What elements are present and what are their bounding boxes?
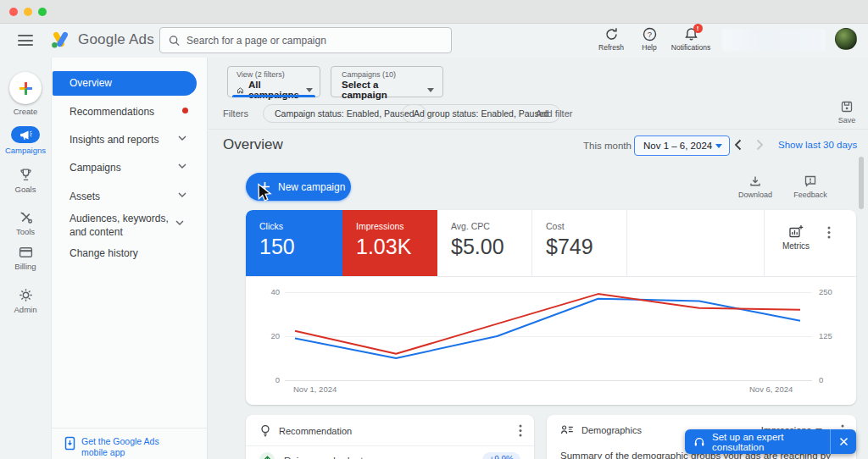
icon-rail: Create Campaigns Goals <box>0 58 51 459</box>
search-icon <box>169 35 180 47</box>
close-icon <box>839 437 849 446</box>
google-ads-logo: Google Ads <box>50 30 154 50</box>
card-divider <box>246 445 534 446</box>
toast-close-button[interactable] <box>830 429 856 454</box>
metrics-chart-icon <box>788 224 804 239</box>
metrics-divider <box>764 210 765 276</box>
sidebar-item-insights-reports[interactable]: Insights and reports <box>52 133 207 147</box>
chevron-down-icon <box>175 220 184 225</box>
trophy-icon <box>19 168 33 182</box>
recommendation-row[interactable]: Raise your budgets <box>284 456 368 459</box>
download-button[interactable]: Download <box>736 174 775 199</box>
chevron-down-icon <box>178 192 186 197</box>
svg-text:?: ? <box>647 30 651 39</box>
account-info[interactable] <box>722 29 826 51</box>
caret-down-icon <box>715 144 722 148</box>
sidebar-item-change-history[interactable]: Change history <box>52 246 207 260</box>
lightbulb-icon <box>259 424 271 438</box>
right-axis-tick: 0 <box>819 375 823 384</box>
campaign-select-dropdown[interactable]: Campaigns (10) Select a campaign <box>331 66 443 97</box>
refresh-button[interactable]: Refresh <box>592 27 631 52</box>
rail-item-billing[interactable]: Billing <box>0 246 51 271</box>
sidebar-item-audiences[interactable]: Audiences, keywords, and content <box>52 212 187 239</box>
google-ads-logo-icon <box>50 30 71 50</box>
window-minimize-button[interactable] <box>24 8 32 16</box>
megaphone-icon <box>19 130 32 141</box>
left-axis-tick: 20 <box>259 331 280 340</box>
refresh-icon <box>604 27 619 41</box>
notification-badge: ! <box>693 24 703 33</box>
scrollbar-thumb[interactable] <box>859 157 864 209</box>
demographics-icon <box>560 424 574 435</box>
chevron-down-icon <box>178 135 186 141</box>
recommendations-alert-dot <box>182 108 188 113</box>
scorecard-clicks[interactable]: Clicks 150 <box>246 210 342 276</box>
secondary-nav: Overview Recommendations Insights and re… <box>51 58 208 459</box>
metrics-button[interactable]: Metrics <box>771 224 821 251</box>
notifications-button[interactable]: ! Notifications <box>666 27 715 52</box>
menu-icon[interactable] <box>18 35 33 46</box>
rail-item-goals[interactable]: Goals <box>0 168 51 194</box>
global-search[interactable] <box>159 27 452 53</box>
gear-icon <box>19 288 33 302</box>
app-header: Google Ads Refresh ? Help <box>0 24 868 58</box>
mobile-app-link[interactable]: Get the Google Ads mobile app <box>64 436 196 458</box>
window-zoom-button[interactable] <box>38 8 47 16</box>
section-divider <box>209 129 868 130</box>
view-filter-dropdown[interactable]: View (2 filters) All campaigns <box>227 66 320 97</box>
search-input[interactable] <box>186 35 442 47</box>
new-campaign-button[interactable]: New campaign <box>246 173 351 201</box>
headset-icon <box>693 436 705 448</box>
performance-line-chart <box>288 283 807 386</box>
card-menu-kebab-icon[interactable] <box>827 226 831 239</box>
sidebar-item-recommendations[interactable]: Recommendations <box>52 105 207 119</box>
active-view-underline <box>232 95 315 97</box>
feedback-button[interactable]: Feedback <box>790 174 831 199</box>
sidebar-item-campaigns[interactable]: Campaigns <box>52 161 207 174</box>
recommendation-card: Recommendation Raise your budgets +9.9% <box>246 415 534 459</box>
nav-footer-divider <box>52 428 207 429</box>
rail-item-create[interactable]: Create <box>0 72 51 116</box>
show-last-30-days-link[interactable]: Show last 30 days <box>778 140 857 150</box>
sidebar-item-overview[interactable]: Overview <box>53 71 197 96</box>
download-icon <box>748 174 762 188</box>
tools-icon <box>19 210 33 224</box>
rail-item-campaigns[interactable]: Campaigns <box>0 126 51 155</box>
overview-chart-card: Clicks 150 Impressions 1.03K Avg. CPC $5… <box>246 210 856 405</box>
arrow-up-icon <box>259 452 275 459</box>
add-filter-button[interactable]: Add filter <box>536 108 572 119</box>
prev-date-range-button[interactable] <box>734 139 742 151</box>
right-axis-tick: 125 <box>819 331 832 340</box>
date-range-picker[interactable]: Nov 1 – 6, 2024 <box>634 135 730 156</box>
scorecard-avg-cpc[interactable]: Avg. CPC $5.00 <box>437 210 532 276</box>
feedback-icon <box>804 174 817 188</box>
recommendation-title: Recommendation <box>279 426 352 436</box>
expert-consultation-toast[interactable]: Set up an expert consultation <box>685 429 856 454</box>
credit-card-icon <box>19 246 33 259</box>
chevron-down-icon <box>178 163 186 169</box>
window-close-button[interactable] <box>9 8 18 16</box>
page-title: Overview <box>223 136 283 153</box>
sidebar-item-assets[interactable]: Assets <box>52 190 207 203</box>
save-icon <box>840 100 854 113</box>
scorecard-impressions[interactable]: Impressions 1.03K <box>342 210 437 276</box>
help-icon: ? <box>643 27 657 41</box>
save-button[interactable]: Save <box>829 100 865 124</box>
left-axis-tick: 40 <box>259 287 280 296</box>
caret-down-icon <box>427 88 434 92</box>
scorecard-cost[interactable]: Cost $749 <box>532 210 627 276</box>
plus-icon <box>259 181 270 192</box>
avatar[interactable] <box>835 28 857 50</box>
rail-item-admin[interactable]: Admin <box>0 288 51 314</box>
help-button[interactable]: ? Help <box>634 27 665 52</box>
card-menu-kebab-icon[interactable] <box>519 424 522 437</box>
rail-item-tools[interactable]: Tools <box>0 210 51 236</box>
macos-titlebar <box>0 0 868 24</box>
scorecards-divider <box>246 276 856 277</box>
caret-down-icon <box>306 88 313 92</box>
uplift-badge: +9.9% <box>482 452 520 459</box>
this-month-label: This month <box>583 141 632 151</box>
home-icon <box>236 86 244 95</box>
next-date-range-button[interactable] <box>756 139 764 151</box>
left-axis-tick: 0 <box>259 375 280 384</box>
